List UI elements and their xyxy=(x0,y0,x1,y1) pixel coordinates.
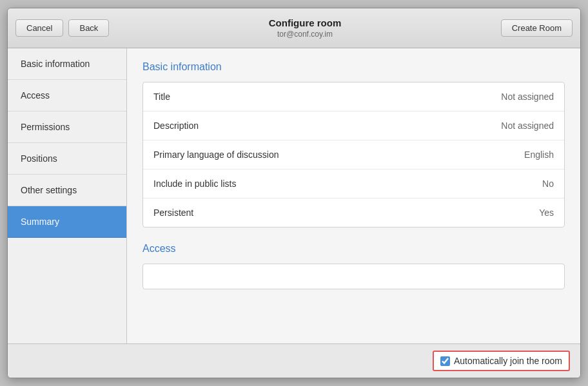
back-button[interactable]: Back xyxy=(68,19,109,37)
window-subtitle: tor@conf.coy.im xyxy=(109,30,500,39)
persistent-label: Persistent xyxy=(153,207,193,218)
sidebar: Basic information Access Permissions Pos… xyxy=(8,48,127,343)
auto-join-checkbox-container[interactable]: Automatically join the room xyxy=(433,351,570,371)
table-row: Primary language of discussion English xyxy=(143,140,564,169)
content-area: Basic information Title Not assigned Des… xyxy=(127,48,580,343)
sidebar-item-access[interactable]: Access xyxy=(8,80,126,111)
language-value: English xyxy=(524,150,554,160)
public-lists-label: Include in public lists xyxy=(153,179,236,189)
access-table xyxy=(142,264,565,289)
description-label: Description xyxy=(153,121,199,131)
description-value: Not assigned xyxy=(501,121,554,131)
sidebar-item-summary[interactable]: Summary xyxy=(8,206,126,238)
sidebar-item-other-settings[interactable]: Other settings xyxy=(8,175,126,206)
titlebar-center: Configure room tor@conf.coy.im xyxy=(109,17,500,39)
titlebar-left-buttons: Cancel Back xyxy=(15,19,109,37)
create-room-button[interactable]: Create Room xyxy=(501,19,573,37)
access-section-title[interactable]: Access xyxy=(142,243,565,255)
title-value: Not assigned xyxy=(501,92,554,102)
configure-room-window: Cancel Back Configure room tor@conf.coy.… xyxy=(7,8,581,378)
basic-information-section-title[interactable]: Basic information xyxy=(142,61,565,73)
main-content: Basic information Access Permissions Pos… xyxy=(8,48,580,343)
table-row: Include in public lists No xyxy=(143,169,564,198)
window-title: Configure room xyxy=(109,17,500,28)
persistent-value: Yes xyxy=(539,207,554,218)
title-label: Title xyxy=(153,92,170,102)
table-row: Description Not assigned xyxy=(143,111,564,140)
titlebar: Cancel Back Configure room tor@conf.coy.… xyxy=(8,8,580,48)
auto-join-checkbox[interactable] xyxy=(440,356,450,366)
language-label: Primary language of discussion xyxy=(153,150,279,160)
table-row: Persistent Yes xyxy=(143,198,564,227)
basic-information-table: Title Not assigned Description Not assig… xyxy=(142,82,565,227)
table-row: Title Not assigned xyxy=(143,82,564,111)
sidebar-item-positions[interactable]: Positions xyxy=(8,143,126,175)
sidebar-item-basic-information[interactable]: Basic information xyxy=(8,48,126,80)
bottom-bar: Automatically join the room xyxy=(8,343,580,378)
public-lists-value: No xyxy=(542,179,554,189)
cancel-button[interactable]: Cancel xyxy=(15,19,63,37)
auto-join-label: Automatically join the room xyxy=(454,356,562,366)
sidebar-item-permissions[interactable]: Permissions xyxy=(8,111,126,143)
